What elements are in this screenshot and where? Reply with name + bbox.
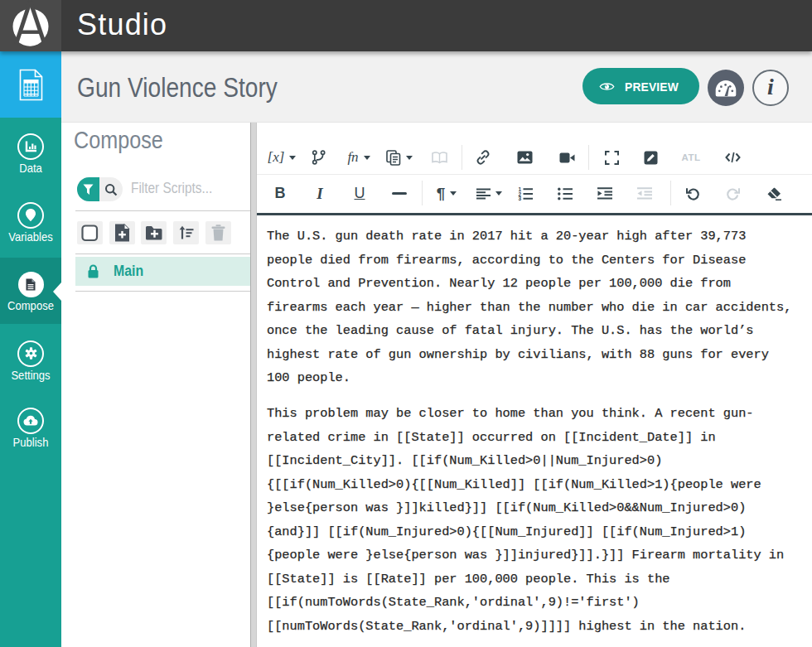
- svg-text:3: 3: [519, 196, 522, 200]
